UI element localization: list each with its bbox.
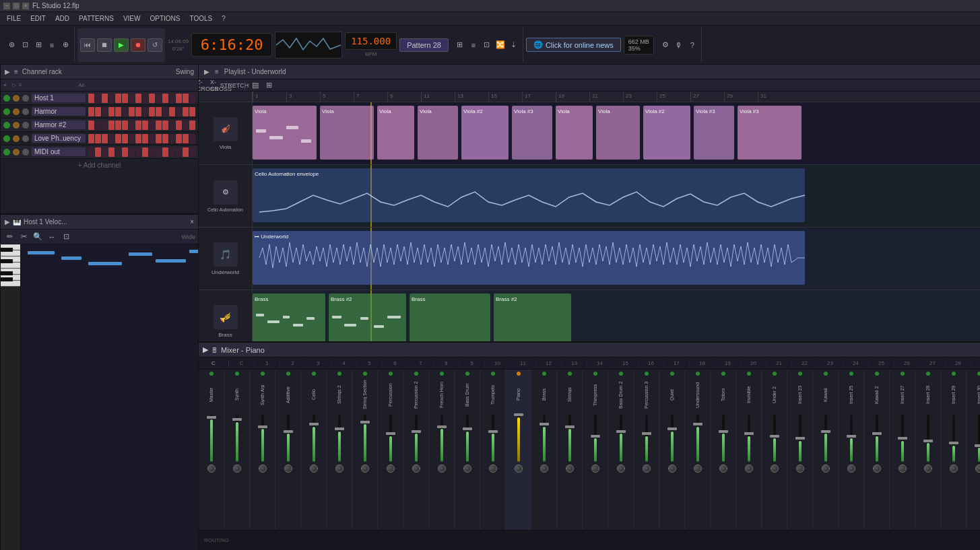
- ch-active-harmor[interactable]: [3, 108, 10, 115]
- mixer-send-knob-2[interactable]: [259, 465, 267, 473]
- mixer-fader-knob-15[interactable]: [591, 435, 600, 438]
- piano-roll-close[interactable]: ×: [190, 218, 194, 226]
- mixer-fader-knob-1[interactable]: [232, 418, 242, 421]
- mixer-fader-21[interactable]: [748, 415, 750, 462]
- pr-tool-4[interactable]: ↔: [46, 231, 58, 243]
- ch-name-harmor2[interactable]: Harmor #2: [32, 121, 86, 129]
- minimize-button[interactable]: −: [3, 2, 11, 10]
- mixer-fader-knob-24[interactable]: [821, 430, 830, 433]
- mixer-fader-knob-18[interactable]: [667, 427, 677, 430]
- pattern-tool-5[interactable]: ⇣: [508, 39, 520, 51]
- mixer-strip-5[interactable]: Strings 2: [327, 370, 352, 530]
- mixer-fader-knob-7[interactable]: [386, 432, 395, 435]
- channel-toolbar-icon1[interactable]: ▷: [12, 82, 16, 88]
- mixer-send-knob-19[interactable]: [694, 465, 702, 473]
- mixer-send-knob-29[interactable]: [950, 465, 958, 473]
- mixer-strip-13[interactable]: Brass: [531, 370, 557, 530]
- mixer-fader-knob-4[interactable]: [309, 423, 319, 425]
- mixer-fader-knob-28[interactable]: [923, 440, 933, 442]
- mixer-strip-14[interactable]: Strings: [557, 370, 583, 530]
- mixer-fader-27[interactable]: [901, 415, 904, 462]
- mixer-send-knob-25[interactable]: [847, 465, 855, 473]
- add-channel-button[interactable]: + Add channel: [1, 159, 198, 172]
- toolbar-icon-2[interactable]: ⊡: [19, 39, 31, 51]
- mixer-strip-7[interactable]: Percussion: [378, 370, 403, 530]
- mixer-strip-29[interactable]: Insert 29: [941, 370, 967, 530]
- mixer-fader-knob-6[interactable]: [360, 421, 370, 423]
- channel-rack-collapse[interactable]: ▶: [5, 68, 10, 75]
- ch-active-host1[interactable]: [3, 95, 10, 102]
- mixer-fader-9[interactable]: [440, 415, 443, 462]
- mixer-strip-4[interactable]: Cello: [301, 370, 327, 530]
- mixer-strip-15[interactable]: Thingness: [583, 370, 608, 530]
- mixer-fader-20[interactable]: [722, 415, 725, 462]
- mixer-strip-20[interactable]: Totoro: [711, 370, 736, 530]
- ch-mute-harmor2[interactable]: [22, 122, 29, 129]
- ch-solo-love[interactable]: [13, 135, 20, 142]
- mixer-send-knob-6[interactable]: [361, 465, 369, 473]
- mixer-fader-knob-14[interactable]: [565, 425, 575, 428]
- mixer-strip-27[interactable]: Insert 27: [890, 370, 915, 530]
- mixer-fader-18[interactable]: [671, 415, 674, 462]
- stop-button[interactable]: ⏹: [97, 38, 112, 52]
- mixer-send-knob-28[interactable]: [924, 465, 932, 473]
- ch-name-love[interactable]: Love Ph..uency: [32, 134, 86, 143]
- mixer-fader-knob-5[interactable]: [335, 427, 344, 430]
- ch-solo-harmor[interactable]: [13, 108, 20, 115]
- toolbar-right-3[interactable]: ?: [686, 39, 698, 51]
- mixer-strip-8[interactable]: Percussion 2: [403, 370, 429, 530]
- menu-help[interactable]: ?: [218, 13, 230, 24]
- channel-add-button[interactable]: +: [3, 82, 7, 88]
- ch-mute-harmor[interactable]: [22, 108, 29, 115]
- pr-tool-2[interactable]: ✂: [18, 231, 30, 243]
- mixer-strip-17[interactable]: Percussion 3: [634, 370, 659, 530]
- mixer-fader-knob-11[interactable]: [488, 430, 498, 433]
- mixer-send-knob-20[interactable]: [719, 465, 727, 473]
- mixer-send-knob-0[interactable]: [207, 465, 216, 473]
- mixer-fader-knob-21[interactable]: [744, 432, 754, 435]
- mixer-send-knob-18[interactable]: [668, 465, 676, 473]
- pr-tool-1[interactable]: ✏: [3, 231, 15, 243]
- mixer-send-knob-21[interactable]: [745, 465, 753, 473]
- toolbar-icon-1[interactable]: ⊛: [5, 39, 18, 51]
- mixer-fader-3[interactable]: [287, 415, 290, 462]
- mixer-fader-knob-2[interactable]: [258, 425, 267, 428]
- ch-mute-host1[interactable]: [22, 95, 29, 102]
- news-button[interactable]: 🌐 Click for online news: [526, 38, 621, 52]
- ch-solo-harmor2[interactable]: [13, 122, 20, 129]
- toolbar-icon-3[interactable]: ⊞: [32, 39, 44, 51]
- mixer-fader-14[interactable]: [568, 415, 571, 462]
- mixer-fader-29[interactable]: [952, 415, 955, 462]
- mixer-strip-1[interactable]: Synth: [224, 370, 250, 530]
- mixer-strip-18[interactable]: Quiet: [659, 370, 685, 530]
- mixer-fader-knob-27[interactable]: [898, 437, 907, 440]
- mixer-fader-26[interactable]: [876, 415, 878, 462]
- mixer-send-knob-27[interactable]: [899, 465, 907, 473]
- ch-name-host1[interactable]: Host 1: [32, 94, 86, 102]
- mixer-fader-25[interactable]: [850, 415, 853, 462]
- menu-patterns[interactable]: PATTERNS: [75, 13, 118, 24]
- ch-name-harmor[interactable]: Harmor: [32, 107, 86, 116]
- mixer-fader-knob-10[interactable]: [463, 427, 472, 430]
- mixer-strip-11[interactable]: Trumpets: [480, 370, 506, 530]
- mixer-fader-28[interactable]: [927, 415, 929, 462]
- pattern-tool-2[interactable]: ≡: [467, 39, 480, 51]
- menu-tools[interactable]: TOOLS: [185, 13, 216, 24]
- mixer-fader-19[interactable]: [696, 415, 699, 462]
- mixer-fader-22[interactable]: [773, 415, 776, 462]
- ch-name-midi[interactable]: MIDI out: [32, 147, 86, 156]
- mixer-fader-13[interactable]: [543, 415, 546, 462]
- mixer-send-knob-8[interactable]: [412, 465, 420, 473]
- menu-edit[interactable]: EDIT: [26, 13, 50, 24]
- ch-active-love[interactable]: [3, 135, 10, 142]
- mixer-send-knob-24[interactable]: [822, 465, 830, 473]
- mixer-strip-24[interactable]: Kawaii: [813, 370, 839, 530]
- play-button[interactable]: ▶: [114, 38, 129, 52]
- mixer-strip-2[interactable]: Synth Arp: [250, 370, 275, 530]
- mixer-fader-knob-3[interactable]: [284, 430, 293, 433]
- mixer-fader-knob-20[interactable]: [719, 430, 728, 433]
- loop-button[interactable]: ↺: [148, 38, 162, 52]
- record-button[interactable]: ⏺: [131, 38, 145, 52]
- mixer-strip-21[interactable]: Invisible: [736, 370, 762, 530]
- mixer-fader-30[interactable]: [978, 415, 981, 462]
